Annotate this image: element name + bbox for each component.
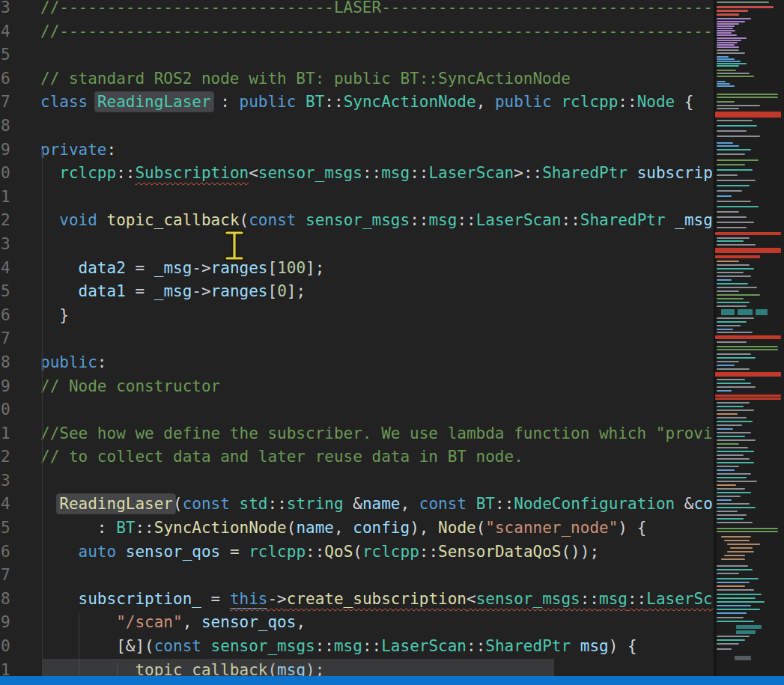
code-line[interactable]: 8 [0,115,714,138]
code-text: public: [40,351,107,375]
code-line[interactable]: 4 data2 = _msg->ranges[100]; [0,257,714,281]
minimap-row [756,309,768,315]
code-text: } [40,304,69,328]
code-line[interactable]: 2 void topic_callback(const sensor_msgs:… [0,209,714,233]
minimap-row [715,395,781,397]
code-line[interactable]: 4//-------------------------------------… [0,20,714,44]
code-line[interactable]: 8 subscription_ = this->create_subscript… [0,588,714,612]
code-line[interactable]: 5 : BT::SyncActionNode(name, config), No… [0,517,714,541]
code-line[interactable]: 8public: [0,351,714,375]
minimap-row [715,112,781,118]
code-line[interactable]: 7 [0,564,714,588]
minimap-row [717,206,759,207]
minimap-row [735,656,751,660]
minimap[interactable] [714,0,784,685]
code-text: rclcpp::Subscription<sensor_msgs::msg::L… [40,162,714,186]
code-line[interactable]: 9// Node constructor [0,375,714,399]
minimap-row [715,398,781,400]
line-number: 7 [1,91,12,115]
minimap-row [717,237,750,239]
minimap-row [715,372,781,377]
minimap-row [717,390,732,392]
minimap-row [717,180,756,181]
minimap-row [717,298,744,299]
code-line[interactable]: 9private: [0,138,714,162]
minimap-row [717,499,732,501]
code-text: // to collect data and later reuse data … [40,445,523,469]
code-line[interactable]: 6// standard ROS2 node with BT: public B… [0,67,714,91]
minimap-row [736,630,756,634]
minimap-row [717,130,747,132]
code-line[interactable]: 3//-----------------------------LASER---… [0,0,714,20]
minimap-row [717,185,750,186]
minimap-row [717,346,778,347]
code-lines: 3//-----------------------------LASER---… [0,0,714,685]
minimap-row [717,40,741,41]
line-number: 8 [1,588,12,612]
minimap-row [724,540,750,541]
minimap-row [717,514,747,516]
code-line[interactable]: 2// to collect data and later reuse data… [0,445,714,469]
minimap-row [717,37,747,39]
line-number: 6 [1,304,12,328]
minimap-row [717,290,739,292]
minimap-row [717,621,754,622]
minimap-row [717,589,754,591]
code-line[interactable]: 6 } [0,304,714,328]
minimap-row [717,211,739,213]
line-number: 6 [1,67,12,91]
code-line[interactable]: 7 [0,327,714,351]
code-line[interactable]: 1//See how we define the subscriber. We … [0,422,714,446]
line-number: 4 [1,257,12,281]
code-line[interactable]: 3 [0,469,714,493]
minimap-row [717,283,748,284]
minimap-row [717,1,769,3]
code-text: auto sensor_qos = rclcpp::QoS(rclcpp::Se… [40,541,599,564]
minimap-row [727,544,760,545]
line-number: 7 [1,564,12,588]
minimap-row [717,528,778,529]
minimap-row [717,383,751,384]
minimap-row [717,639,745,641]
code-line[interactable]: 5 [0,43,714,67]
minimap-row [717,195,732,197]
code-line[interactable]: 0 [0,398,714,422]
minimap-row [717,34,737,36]
line-number: 8 [1,115,12,138]
code-line[interactable]: 1 [0,186,714,210]
code-line[interactable]: 5 data1 = _msg->ranges[0]; [0,280,714,304]
code-line[interactable]: 0 [&](const sensor_msgs::msg::LaserScan:… [0,635,714,659]
minimap-row [717,484,736,486]
code-line[interactable]: 7class ReadingLaser : public BT::SyncAct… [0,91,714,115]
code-text: void topic_callback(const sensor_msgs::m… [40,209,714,233]
minimap-row [717,268,754,270]
minimap-row [717,30,735,31]
line-number: 0 [1,635,12,659]
minimap-row [717,413,738,415]
minimap-row [717,105,760,106]
line-number: 7 [1,327,12,351]
minimap-row [717,503,750,505]
code-text: //--------------------------------------… [40,20,714,44]
line-number: 3 [1,0,12,20]
minimap-row [721,536,751,538]
code-line[interactable]: 9 "/scan", sensor_qos, [0,611,714,635]
minimap-row [717,329,733,330]
minimap-row [717,365,735,366]
minimap-row [717,10,748,12]
line-number: 3 [1,469,12,493]
code-text: data1 = _msg->ranges[0]; [40,280,306,304]
code-line[interactable]: 6 auto sensor_qos = rclcpp::QoS(rclcpp::… [0,541,714,564]
code-text: // Node constructor [40,375,220,399]
minimap-row [717,83,730,85]
minimap-row [717,565,748,567]
minimap-row [717,279,732,281]
minimap-row [717,73,750,74]
code-text: //-----------------------------LASER----… [40,0,714,20]
minimap-row [715,248,781,253]
code-line[interactable]: 0 rclcpp::Subscription<sensor_msgs::msg:… [0,162,714,186]
minimap-row [717,13,739,16]
code-line[interactable]: 4 ReadingLaser(const std::string &name, … [0,493,714,517]
minimap-row [717,585,745,587]
code-line[interactable]: 3 [0,233,714,257]
